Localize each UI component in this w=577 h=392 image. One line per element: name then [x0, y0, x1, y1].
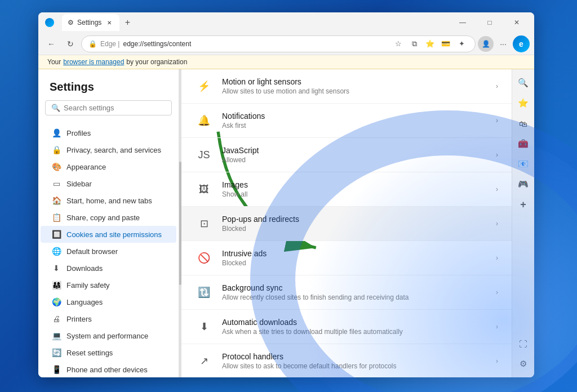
sidebar-icon-downloads: ⬇ — [52, 264, 61, 273]
sidebar-nav: 👤 Profiles 🔒 Privacy, search, and servic… — [38, 124, 179, 377]
sidebar-icon-system: 💻 — [52, 331, 61, 340]
close-button[interactable]: ✕ — [504, 14, 530, 31]
search-box[interactable]: 🔍 — [45, 100, 172, 115]
sidebar-icon-printers: 🖨 — [52, 314, 61, 323]
sidebar-title: Settings — [38, 69, 179, 100]
sidebar-label-system: System and performance — [66, 332, 148, 340]
profile-button[interactable]: 👤 — [478, 36, 494, 52]
sidebar-icon-sidebar-item: ▭ — [52, 179, 61, 188]
sidebar-item-languages[interactable]: 🌍 Languages — [41, 293, 176, 310]
settings-title-motion-sensors: Motion or light sensors — [222, 77, 496, 86]
sidebar-item-sidebar-item[interactable]: ▭ Sidebar — [41, 175, 176, 192]
sidebar-label-privacy: Privacy, search, and services — [66, 146, 161, 154]
sidebar-label-reset: Reset settings — [66, 349, 113, 357]
settings-more-button[interactable]: ··· — [495, 35, 512, 52]
settings-icon-background-sync: 🔃 — [195, 283, 213, 301]
sidebar-label-profiles: Profiles — [66, 129, 91, 137]
panel-collections-button[interactable]: ⭐ — [514, 94, 532, 112]
title-bar: ⚙ Settings ✕ + — □ ✕ — [38, 12, 534, 33]
sidebar-label-phone: Phone and other devices — [66, 366, 148, 374]
sidebar-item-profiles[interactable]: 👤 Profiles — [41, 124, 176, 141]
new-tab-button[interactable]: + — [119, 15, 135, 30]
sidebar-item-printers[interactable]: 🖨 Printers — [41, 310, 176, 327]
managed-link[interactable]: browser is managed — [63, 58, 124, 66]
sidebar-item-system[interactable]: 💻 System and performance — [41, 327, 176, 344]
sidebar-icon-cookies: 🔲 — [52, 230, 61, 239]
sidebar-label-family-safety: Family safety — [66, 281, 110, 289]
sidebar-icon-default-browser: 🌐 — [52, 247, 61, 256]
sidebar-label-appearance: Appearance — [66, 163, 106, 171]
sidebar-item-default-browser[interactable]: 🌐 Default browser — [41, 243, 176, 260]
address-bar[interactable]: 🔒 Edge | edge://settings/content ☆ ⧉ ⭐ 💳… — [81, 35, 476, 52]
tab-search-icon[interactable]: ⧉ — [407, 37, 421, 51]
info-text-after: by your organization — [126, 58, 187, 66]
settings-icon-images: 🖼 — [195, 180, 213, 198]
sidebar-item-family-safety[interactable]: 👨‍👩‍👧 Family safety — [41, 277, 176, 293]
lock-icon: 🔒 — [88, 40, 97, 48]
url-text: edge://settings/content — [123, 40, 388, 48]
browser-tab-icon — [45, 18, 54, 27]
search-input[interactable] — [64, 104, 166, 112]
sidebar-item-appearance[interactable]: 🎨 Appearance — [41, 158, 176, 175]
info-text-before: Your — [47, 58, 61, 66]
sidebar-label-printers: Printers — [66, 315, 92, 323]
window-controls: — □ ✕ — [450, 14, 530, 31]
copilot-icon[interactable]: ✦ — [455, 37, 468, 51]
minimize-button[interactable]: — — [450, 14, 476, 31]
star-icon[interactable]: ☆ — [392, 37, 405, 51]
sidebar-item-share-copy[interactable]: 📋 Share, copy and paste — [41, 209, 176, 226]
favorites-icon[interactable]: ⭐ — [423, 37, 437, 51]
sidebar-icon-phone: 📱 — [52, 365, 61, 374]
settings-icon-notifications: 🔔 — [195, 112, 213, 130]
refresh-button[interactable]: ↻ — [62, 35, 79, 52]
sidebar-icon-languages: 🌍 — [52, 297, 61, 306]
sidebar-label-start-home: Start, home, and new tabs — [66, 197, 152, 205]
settings-item-motion-sensors[interactable]: ⚡ Motion or light sensors Allow sites to… — [181, 69, 512, 104]
tab-label: Settings — [77, 19, 101, 26]
sidebar-icon-privacy: 🔒 — [52, 145, 61, 154]
settings-desc-motion-sensors: Allow sites to use motion and light sens… — [222, 87, 496, 95]
edge-logo: e — [513, 35, 530, 52]
settings-icon-protocol-handlers: ↗ — [195, 352, 213, 370]
edge-label: Edge | — [100, 40, 119, 48]
sidebar-icon-family-safety: 👨‍👩‍👧 — [52, 280, 61, 289]
sidebar-label-sidebar-item: Sidebar — [66, 180, 92, 188]
sidebar-icon-start-home: 🏠 — [52, 196, 61, 205]
sidebar-icon-profiles: 👤 — [52, 128, 61, 137]
sidebar-label-share-copy: Share, copy and paste — [66, 213, 140, 222]
search-icon: 🔍 — [51, 104, 60, 112]
sidebar-item-phone[interactable]: 📱 Phone and other devices — [41, 361, 176, 377]
sidebar-label-downloads: Downloads — [66, 264, 103, 273]
wallet-icon[interactable]: 💳 — [439, 37, 452, 51]
sidebar-item-privacy[interactable]: 🔒 Privacy, search, and services — [41, 141, 176, 158]
title-bar-left: ⚙ Settings ✕ + — [43, 14, 135, 31]
tab-close-button[interactable]: ✕ — [105, 18, 114, 27]
sidebar-label-default-browser: Default browser — [66, 247, 118, 256]
sidebar-item-cookies[interactable]: 🔲 Cookies and site permissions — [41, 226, 176, 243]
tab-group: ⚙ Settings ✕ + — [62, 14, 135, 31]
sidebar-icon-appearance: 🎨 — [52, 162, 61, 171]
settings-text-motion-sensors: Motion or light sensors Allow sites to u… — [222, 77, 496, 95]
managed-info-bar: Your browser is managed by your organiza… — [38, 55, 534, 69]
settings-chevron-motion-sensors: › — [496, 82, 498, 90]
active-tab[interactable]: ⚙ Settings ✕ — [62, 14, 119, 31]
navigation-bar: ← ↻ 🔒 Edge | edge://settings/content ☆ ⧉… — [38, 33, 534, 55]
sidebar-label-languages: Languages — [66, 298, 103, 306]
panel-search-button[interactable]: 🔍 — [514, 74, 532, 92]
settings-icon-auto-downloads: ⬇ — [195, 318, 213, 336]
settings-sidebar: Settings 🔍 👤 Profiles 🔒 Privacy, search,… — [38, 69, 179, 377]
sidebar-item-start-home[interactable]: 🏠 Start, home, and new tabs — [41, 192, 176, 209]
sidebar-label-cookies: Cookies and site permissions — [66, 230, 162, 239]
sidebar-icon-share-copy: 📋 — [52, 213, 61, 222]
settings-icon-motion-sensors: ⚡ — [195, 77, 213, 95]
settings-icon-javascript: JS — [195, 146, 213, 164]
settings-icon-popups: ⊡ — [195, 215, 213, 233]
back-button[interactable]: ← — [43, 35, 60, 52]
maximize-button[interactable]: □ — [477, 14, 503, 31]
sidebar-item-downloads[interactable]: ⬇ Downloads — [41, 260, 176, 277]
sidebar-item-reset[interactable]: 🔄 Reset settings — [41, 344, 176, 361]
nav-right-buttons: 👤 ··· e — [478, 35, 530, 52]
address-icons: ☆ ⧉ ⭐ 💳 ✦ — [392, 37, 468, 51]
sidebar-icon-reset: 🔄 — [52, 348, 61, 357]
settings-icon-intrusive-ads: 🚫 — [195, 249, 213, 267]
